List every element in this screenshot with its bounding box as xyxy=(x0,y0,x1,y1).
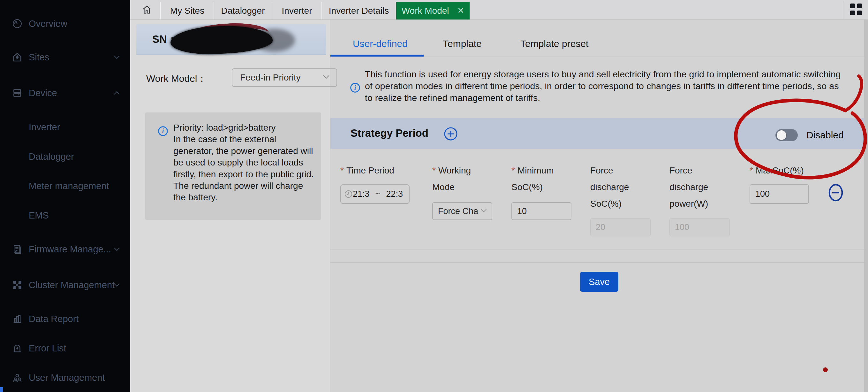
priority-note: i Priority: load>grid>battery In the cas… xyxy=(145,112,321,220)
chevron-down-icon xyxy=(480,208,487,214)
tab-template-preset[interactable]: Template preset xyxy=(520,38,588,49)
sidebar-item-device[interactable]: Device xyxy=(0,85,130,101)
breadcrumb-tabbar: My Sites Datalogger Inverter Inverter De… xyxy=(130,0,868,20)
required-marker: * xyxy=(750,166,753,175)
sidebar-subitem-inverter[interactable]: Inverter xyxy=(0,119,130,136)
site-house-icon xyxy=(11,51,23,63)
time-start-value: 21:3 xyxy=(353,189,370,199)
chevron-down-icon xyxy=(114,54,121,61)
strategy-enable-toggle[interactable] xyxy=(775,129,798,141)
priority-note-title: Priority: load>grid>battery xyxy=(173,123,276,133)
sidebar-item-cluster-management[interactable]: Cluster Management xyxy=(0,277,130,293)
sidebar-item-label: Meter management xyxy=(29,181,109,191)
sidebar-item-label: Error List xyxy=(29,343,66,354)
save-button[interactable]: Save xyxy=(580,272,618,292)
time-separator: ~ xyxy=(375,189,380,199)
sidebar-item-label: EMS xyxy=(29,210,49,221)
sidebar-item-data-report[interactable]: Data Report xyxy=(0,311,130,327)
scrollbar-track[interactable] xyxy=(864,20,868,392)
tab-label: Work Model xyxy=(402,6,449,16)
force-discharge-power-input[interactable] xyxy=(670,218,730,236)
working-mode-select[interactable]: Force Cha xyxy=(432,202,492,220)
time-end-value: 22:3 xyxy=(386,189,403,199)
device-panel: SN： 60 Work Model： Feed-in Priority i xyxy=(130,20,331,392)
toggle-knob xyxy=(777,130,786,140)
sidebar-subitem-ems[interactable]: EMS xyxy=(0,207,130,224)
work-model-select[interactable]: Feed-in Priority xyxy=(232,68,337,87)
working-mode-value: Force Cha xyxy=(438,206,478,216)
tab-user-defined[interactable]: User-defined xyxy=(353,38,408,49)
section-divider xyxy=(331,250,868,250)
sidebar-item-overview[interactable]: Overview xyxy=(0,15,130,32)
scrollbar-fragment xyxy=(0,387,3,392)
sidebar-item-error-list[interactable]: Error List xyxy=(0,340,130,357)
field-label-working-mode: *Working Mode xyxy=(432,162,480,196)
topbar-separator xyxy=(843,1,843,19)
field-label-minimum-soc: *Minimum SoC(%) xyxy=(512,162,564,196)
toggle-state-label: Disabled xyxy=(806,130,844,141)
tab-datalogger[interactable]: Datalogger xyxy=(214,2,272,20)
app-grid-icon[interactable] xyxy=(850,3,863,16)
tab-template[interactable]: Template xyxy=(443,38,482,49)
tab-inverter[interactable]: Inverter xyxy=(272,2,322,20)
tab-label: My Sites xyxy=(170,6,204,16)
firmware-doc-icon xyxy=(11,244,23,255)
sidebar-item-label: Data Report xyxy=(29,314,79,324)
section-divider xyxy=(331,262,868,263)
sidebar-item-firmware-management[interactable]: Firmware Manage... xyxy=(0,241,130,257)
work-model-label: Work Model： xyxy=(146,72,207,85)
max-soc-input[interactable] xyxy=(750,184,809,204)
sidebar-item-label: Overview xyxy=(29,19,67,29)
sidebar-item-user-management[interactable]: User Management xyxy=(0,369,130,386)
tab-label: Datalogger xyxy=(221,6,265,16)
svg-text:i: i xyxy=(354,84,356,91)
tab-inverter-details[interactable]: Inverter Details xyxy=(322,2,396,20)
tabs-divider xyxy=(331,57,868,57)
home-icon xyxy=(142,4,152,17)
chevron-down-icon xyxy=(322,75,330,81)
function-description: This function is used for energy storage… xyxy=(365,68,847,104)
sidebar-item-sites[interactable]: Sites xyxy=(0,49,130,65)
work-model-value: Feed-in Priority xyxy=(240,73,301,83)
time-period-range-input[interactable]: 21:3 ~ 22:3 xyxy=(340,184,410,204)
remove-period-button[interactable] xyxy=(828,184,843,202)
required-marker: * xyxy=(340,166,344,175)
sidebar-item-label: Cluster Management xyxy=(29,280,115,290)
add-period-button[interactable] xyxy=(444,127,458,141)
strategy-period-bar: Strategy Period Disabled xyxy=(331,118,868,149)
svg-text:i: i xyxy=(162,128,164,135)
error-bell-icon xyxy=(11,342,23,354)
clock-icon xyxy=(344,190,353,198)
work-model-main: User-defined Template Template preset i … xyxy=(331,20,868,392)
strategy-period-title: Strategy Period xyxy=(350,127,428,139)
info-icon: i xyxy=(158,126,168,136)
tab-work-model-active[interactable]: Work Model ✕ xyxy=(396,2,470,20)
field-label-force-discharge-soc: Force discharge SoC(%) xyxy=(590,162,640,212)
sidebar-subitem-meter-management[interactable]: Meter management xyxy=(0,178,130,194)
tab-home[interactable] xyxy=(133,2,161,20)
close-icon[interactable]: ✕ xyxy=(458,6,464,16)
required-marker: * xyxy=(432,166,436,175)
serial-number-header: SN： 60 xyxy=(136,24,326,55)
device-stack-icon xyxy=(11,87,23,99)
tab-my-sites[interactable]: My Sites xyxy=(161,2,214,20)
force-discharge-soc-input[interactable] xyxy=(590,218,651,236)
work-model-row: Work Model： Feed-in Priority xyxy=(146,68,325,87)
tab-label: Inverter xyxy=(282,6,312,16)
red-annotation-dot xyxy=(823,367,828,372)
sidebar-subitem-datalogger[interactable]: Datalogger xyxy=(0,148,130,165)
chevron-down-icon xyxy=(114,246,121,253)
sidebar-item-label: Inverter xyxy=(29,122,60,133)
app-window: Overview Sites Device Inverter Datalogge… xyxy=(0,0,868,392)
chevron-down-icon xyxy=(114,281,121,288)
cluster-icon xyxy=(11,279,23,291)
redaction-scribble xyxy=(170,25,278,54)
minimum-soc-input[interactable] xyxy=(512,202,571,220)
info-icon: i xyxy=(350,82,361,93)
priority-note-text: Priority: load>grid>battery In the case … xyxy=(173,122,316,203)
sidebar-item-label: Device xyxy=(29,88,57,99)
sidebar-item-label: Datalogger xyxy=(29,151,74,162)
field-label-force-discharge-power: Force discharge power(W) xyxy=(670,162,720,212)
sidebar: Overview Sites Device Inverter Datalogge… xyxy=(0,0,130,392)
tab-label: Inverter Details xyxy=(329,6,389,16)
